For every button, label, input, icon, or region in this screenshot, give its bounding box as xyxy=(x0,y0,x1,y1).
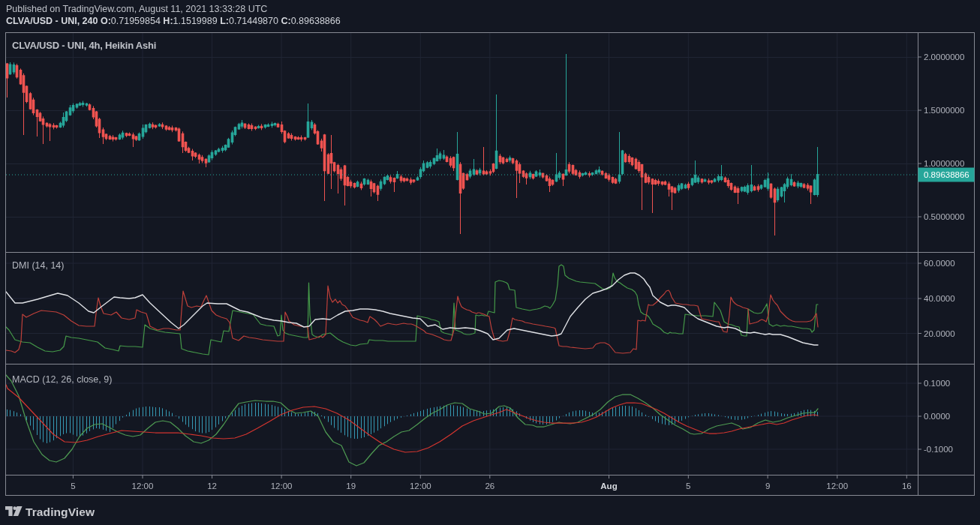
svg-text:9: 9 xyxy=(765,482,770,490)
svg-text:0.5000000: 0.5000000 xyxy=(924,212,964,221)
svg-text:DMI (14, 14): DMI (14, 14) xyxy=(12,260,64,271)
svg-text:1.0000000: 1.0000000 xyxy=(924,159,964,168)
svg-text:5: 5 xyxy=(686,482,690,490)
svg-text:26: 26 xyxy=(485,482,495,490)
svg-text:0.1000: 0.1000 xyxy=(924,379,950,388)
svg-text:19: 19 xyxy=(346,482,356,490)
svg-text:12:00: 12:00 xyxy=(271,482,293,490)
svg-text:60.0000: 60.0000 xyxy=(924,259,955,268)
svg-text:5: 5 xyxy=(71,482,75,490)
svg-text:2.0000000: 2.0000000 xyxy=(924,52,964,62)
svg-text:1.5000000: 1.5000000 xyxy=(924,106,964,115)
svg-text:20.0000: 20.0000 xyxy=(924,329,955,338)
svg-text:40.0000: 40.0000 xyxy=(924,294,955,303)
svg-text:CLVA/USD - UNI, 4h, Heikin Ash: CLVA/USD - UNI, 4h, Heikin Ashi xyxy=(12,40,156,51)
svg-text:MACD (12, 26, close, 9): MACD (12, 26, close, 9) xyxy=(12,374,112,385)
svg-text:12:00: 12:00 xyxy=(826,482,848,490)
svg-text:-0.1000: -0.1000 xyxy=(924,445,953,454)
svg-text:12: 12 xyxy=(207,482,217,490)
svg-text:16: 16 xyxy=(902,482,912,490)
svg-text:Aug: Aug xyxy=(600,482,617,490)
svg-text:0.89638866: 0.89638866 xyxy=(924,170,969,179)
svg-text:12:00: 12:00 xyxy=(410,482,431,490)
svg-text:0.0000: 0.0000 xyxy=(924,412,950,421)
svg-text:12:00: 12:00 xyxy=(132,482,154,490)
svg-text:TradingView: TradingView xyxy=(26,506,95,518)
